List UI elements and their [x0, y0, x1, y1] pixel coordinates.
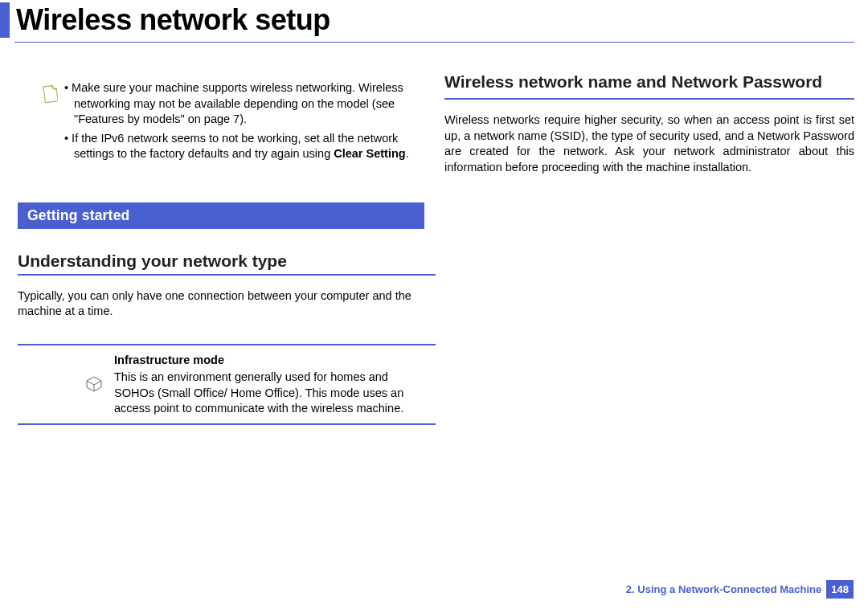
footer: 2. Using a Network-Connected Machine 148 — [626, 580, 854, 599]
body-text: Typically, you can only have one connect… — [18, 288, 436, 320]
right-body-text: Wireless networks require higher securit… — [444, 112, 854, 175]
document-page: Wireless network setup • Make sure your … — [0, 0, 868, 613]
note-item: • If the IPv6 network seems to not be wo… — [64, 131, 436, 162]
note-item-text: Make sure your machine supports wireless… — [72, 81, 403, 125]
footer-chapter: 2. Using a Network-Connected Machine — [626, 583, 821, 595]
page-title: Wireless network setup — [16, 3, 330, 37]
note-item: • Make sure your machine supports wirele… — [64, 80, 436, 128]
section-banner: Getting started — [18, 202, 424, 229]
cube-icon — [84, 374, 104, 397]
title-rule — [14, 42, 854, 43]
sub-heading-rule — [18, 274, 436, 276]
right-heading-rule — [444, 98, 854, 100]
left-column: • Make sure your machine supports wirele… — [18, 80, 436, 425]
title-bar-wrap: Wireless network setup — [0, 0, 330, 40]
definition-text: This is an environment generally used fo… — [114, 370, 431, 417]
right-heading: Wireless network name and Network Passwo… — [444, 72, 854, 92]
definition-title: Infrastructure mode — [114, 353, 431, 366]
definition-block: Infrastructure mode This is an environme… — [18, 344, 436, 425]
title-accent-bar — [0, 2, 10, 38]
note-period: . — [406, 147, 409, 160]
note-list: • Make sure your machine supports wirele… — [64, 80, 436, 162]
note-icon — [42, 85, 58, 106]
note-block: • Make sure your machine supports wirele… — [18, 80, 436, 162]
right-column: Wireless network name and Network Passwo… — [444, 72, 854, 199]
definition-inner: Infrastructure mode This is an environme… — [18, 353, 436, 417]
sub-heading: Understanding your network type — [18, 251, 436, 271]
footer-page-number: 148 — [826, 580, 854, 599]
clear-setting-label: Clear Setting — [334, 147, 405, 160]
